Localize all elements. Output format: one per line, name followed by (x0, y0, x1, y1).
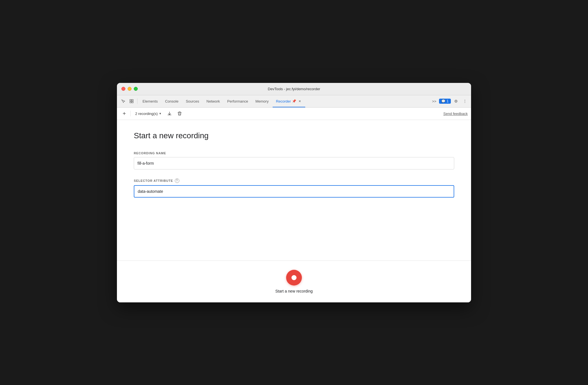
window-title: DevTools - jec.fyi/demo/recorder (268, 87, 320, 91)
start-recording-button[interactable] (286, 270, 302, 286)
recording-name-input[interactable] (134, 157, 454, 169)
record-dot-icon (291, 275, 297, 280)
svg-rect-0 (130, 99, 131, 101)
cursor-tool-button[interactable] (119, 97, 127, 105)
toolbar-divider-2 (130, 111, 131, 116)
close-button[interactable] (121, 87, 125, 91)
gear-icon: ⚙ (454, 99, 458, 103)
tab-memory[interactable]: Memory (252, 95, 272, 107)
download-icon (167, 111, 172, 116)
tab-console[interactable]: Console (162, 95, 182, 107)
recorder-toolbar: + 2 recording(s) ▾ Send feedback (117, 108, 471, 120)
footer-content: Start a new recording (117, 261, 471, 302)
recordings-label: 2 recording(s) (135, 112, 158, 116)
toolbar-divider-1 (137, 98, 137, 104)
feedback-badge[interactable]: 💬 1 (439, 99, 451, 104)
minimize-button[interactable] (128, 87, 132, 91)
add-recording-button[interactable]: + (120, 110, 128, 117)
title-bar: DevTools - jec.fyi/demo/recorder (117, 83, 471, 95)
trash-icon (177, 111, 182, 116)
tab-performance[interactable]: Performance (224, 95, 251, 107)
chevron-down-icon: ▾ (159, 112, 161, 116)
more-options-button[interactable]: ⋮ (461, 97, 469, 105)
help-icon[interactable]: ? (175, 178, 179, 183)
tab-elements[interactable]: Elements (139, 95, 161, 107)
send-feedback-link[interactable]: Send feedback (443, 112, 468, 116)
selector-attribute-input[interactable] (134, 185, 454, 198)
page-title: Start a new recording (134, 131, 454, 140)
record-button-label: Start a new recording (275, 289, 313, 293)
tab-network[interactable]: Network (203, 95, 223, 107)
main-content: Start a new recording RECORDING NAME SEL… (117, 120, 471, 261)
tab-recorder[interactable]: Recorder 📌 ✕ (273, 95, 305, 107)
plus-icon: + (123, 110, 126, 117)
svg-rect-2 (130, 101, 131, 103)
vertical-dots-icon: ⋮ (463, 99, 467, 103)
maximize-button[interactable] (134, 87, 138, 91)
delete-recording-button[interactable] (176, 110, 184, 117)
traffic-lights (121, 87, 138, 91)
recordings-dropdown[interactable]: 2 recording(s) ▾ (133, 110, 163, 117)
svg-rect-3 (132, 101, 133, 103)
toolbar-right: >> 💬 1 ⚙ ⋮ (430, 97, 469, 105)
inspect-button[interactable] (128, 97, 135, 105)
tab-sources[interactable]: Sources (182, 95, 203, 107)
tab-recorder-inner: Recorder 📌 ✕ (276, 99, 302, 103)
feedback-chat-icon: 💬 (441, 99, 445, 103)
tab-recorder-close[interactable]: ✕ (297, 99, 302, 103)
devtools-window: DevTools - jec.fyi/demo/recorder Element… (117, 83, 471, 302)
more-tabs-button[interactable]: >> (430, 98, 438, 105)
settings-button[interactable]: ⚙ (452, 97, 460, 105)
recording-name-section: RECORDING NAME (134, 151, 454, 169)
svg-rect-1 (132, 99, 133, 101)
download-recording-button[interactable] (166, 110, 173, 117)
selector-attribute-section: SELECTOR ATTRIBUTE ? (134, 178, 454, 198)
selector-attribute-label: SELECTOR ATTRIBUTE ? (134, 178, 454, 183)
recording-name-label: RECORDING NAME (134, 151, 454, 155)
recorder-pin-icon: 📌 (292, 99, 296, 103)
devtools-toolbar: Elements Console Sources Network Perform… (117, 95, 471, 108)
